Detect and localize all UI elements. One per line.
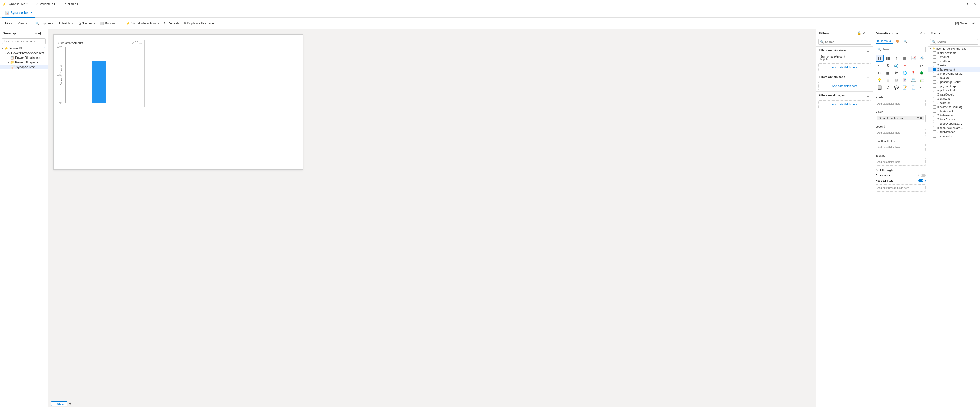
field-passengerCount-checkbox[interactable] bbox=[933, 80, 936, 83]
funnel-icon-button[interactable]: 🔻 bbox=[901, 62, 909, 69]
sidebar-item-synapse-test[interactable]: 📊 Synapse Test bbox=[0, 65, 48, 69]
page-1-tab[interactable]: Page 1 bbox=[51, 401, 67, 406]
y-axis-field-remove-icon[interactable]: ✕ bbox=[920, 117, 922, 120]
add-resource-icon[interactable]: + bbox=[35, 31, 37, 35]
ribbon-chart-icon-button[interactable]: 🎗 bbox=[884, 62, 892, 69]
fields-search-input[interactable] bbox=[937, 40, 976, 43]
topbar-chevron[interactable]: ▾ bbox=[26, 3, 27, 5]
field-tpepDropoffDat[interactable]: ≡ tpepDropoffDat... bbox=[928, 121, 980, 126]
sidebar-item-workspace[interactable]: ▾ 🗂 PowerBIWorkspaceTest bbox=[0, 51, 48, 56]
analytics-tab[interactable]: 🔍 bbox=[902, 38, 909, 44]
filter-resources-input[interactable] bbox=[2, 38, 46, 44]
small-multiples-field-box[interactable]: Add data fields here bbox=[875, 144, 926, 151]
file-menu-button[interactable]: File ▾ bbox=[3, 21, 14, 26]
treemap-icon-button[interactable]: ▦ bbox=[884, 69, 892, 76]
field-endLon-checkbox[interactable] bbox=[933, 60, 936, 63]
filled-map-icon-button[interactable]: 🌐 bbox=[901, 69, 909, 76]
stacked-bar-icon-button[interactable]: ▮▮ bbox=[884, 55, 892, 62]
field-improvementSur[interactable]: Σ improvementSur... bbox=[928, 72, 980, 76]
paginated-icon-button[interactable]: 📄 bbox=[909, 84, 917, 91]
field-paymentType[interactable]: ≡ paymentType bbox=[928, 84, 980, 88]
chart-visual[interactable]: Sum of fareAmount ▽ ⛶ … Sum of fareAmoun… bbox=[56, 40, 145, 107]
gauge-icon-button[interactable]: ⏲ bbox=[884, 84, 892, 91]
validate-all-button[interactable]: ✓ Validate all bbox=[34, 2, 57, 6]
field-paymentType-checkbox[interactable] bbox=[933, 85, 936, 88]
100pct-bar-icon-button[interactable]: ▤ bbox=[901, 55, 909, 62]
more-visuals-icon-button[interactable]: ⋯ bbox=[918, 84, 926, 91]
field-tripDistance-checkbox[interactable] bbox=[933, 130, 936, 134]
filter-expand-icon[interactable]: ⤢ bbox=[863, 31, 865, 35]
visual-interactions-button[interactable]: ⚡ Visual interactions ▾ bbox=[124, 21, 161, 26]
fields-expand-icon[interactable]: › bbox=[976, 31, 977, 35]
field-fareAmount[interactable]: Σ fareAmount bbox=[928, 67, 980, 72]
legend-field-box[interactable]: Add data fields here bbox=[875, 129, 926, 136]
field-totalAmount[interactable]: Σ totalAmount bbox=[928, 117, 980, 121]
filter-more-icon[interactable]: … bbox=[867, 31, 870, 35]
field-vendorID-checkbox[interactable] bbox=[933, 134, 936, 138]
filters-visual-more-icon[interactable]: … bbox=[867, 48, 870, 52]
field-doLocationId-checkbox[interactable] bbox=[933, 51, 936, 54]
field-mtaTax-checkbox[interactable] bbox=[933, 76, 936, 79]
field-endLat[interactable]: Σ endLat bbox=[928, 55, 980, 59]
field-endLon[interactable]: Σ endLon bbox=[928, 59, 980, 63]
line-clustered-icon-button[interactable]: 〰 bbox=[875, 62, 883, 69]
field-tollsAmount[interactable]: Σ tollsAmount bbox=[928, 113, 980, 117]
field-totalAmount-checkbox[interactable] bbox=[933, 118, 936, 121]
field-endLat-checkbox[interactable] bbox=[933, 56, 936, 59]
add-page-icon[interactable]: + bbox=[69, 401, 72, 406]
add-visual-filter-button[interactable]: Add data fields here bbox=[818, 64, 871, 71]
filters-on-all-pages-header[interactable]: Filters on all pages … bbox=[816, 92, 873, 99]
azure-map-icon-button[interactable]: 📍 bbox=[909, 69, 917, 76]
field-puLocationId-checkbox[interactable] bbox=[933, 89, 936, 92]
explore-button[interactable]: 🔍 Explore ▾ bbox=[33, 21, 56, 26]
field-passengerCount[interactable]: Σ passengerCount bbox=[928, 80, 980, 84]
filters-page-more-icon[interactable]: … bbox=[867, 75, 870, 79]
y-axis-field-box[interactable]: Sum of fareAmount ▾ ✕ bbox=[875, 115, 926, 122]
buttons-button[interactable]: ⬜ Buttons ▾ bbox=[98, 21, 120, 26]
field-tripDistance[interactable]: Σ tripDistance bbox=[928, 130, 980, 134]
field-tpepDropoffDat-checkbox[interactable] bbox=[933, 122, 936, 125]
filters-on-visual-header[interactable]: Filters on this visual … bbox=[816, 46, 873, 54]
more-visual-options-icon[interactable]: … bbox=[139, 41, 142, 45]
waterfall-icon-button[interactable]: 🌊 bbox=[892, 62, 900, 69]
filter-fareAmount-item[interactable]: Sum of fareAmount is (All) bbox=[816, 54, 873, 62]
field-storeAndFwdFlag-checkbox[interactable] bbox=[933, 105, 936, 109]
field-tollsAmount-checkbox[interactable] bbox=[933, 114, 936, 117]
clustered-bar-icon-button[interactable]: ⫿ bbox=[892, 55, 900, 62]
filters-search-input[interactable] bbox=[825, 40, 869, 43]
decomp-tree-icon-button[interactable]: 🌲 bbox=[918, 69, 926, 76]
card-icon-button[interactable]: 🃏 bbox=[901, 77, 909, 83]
kpi-icon-button[interactable]: 📊 bbox=[918, 77, 926, 83]
viz-search-input[interactable] bbox=[882, 48, 924, 51]
multirow-card-icon-button[interactable]: 📇 bbox=[909, 77, 917, 83]
fields-dataset-root[interactable]: ▾ 🗄 nyc_tlc_yellow_trip_ext bbox=[928, 46, 980, 51]
viz-expand-icon[interactable]: ⤢ bbox=[920, 31, 923, 35]
field-mtaTax[interactable]: Σ mtaTax bbox=[928, 76, 980, 80]
textbox-button[interactable]: T Text box bbox=[56, 21, 75, 26]
save-button[interactable]: 💾 Save bbox=[953, 21, 969, 26]
key-influencers-icon-button[interactable]: 💡 bbox=[875, 77, 883, 83]
area-chart-icon-button[interactable]: 📉 bbox=[918, 55, 926, 62]
keep-filters-toggle[interactable] bbox=[918, 179, 926, 182]
viz-more-icon[interactable]: › bbox=[924, 31, 925, 35]
synapse-test-tab[interactable]: 📊 Synapse Test • bbox=[2, 8, 35, 18]
field-storeAndFwdFlag[interactable]: ≡ storeAndFwdFlag bbox=[928, 105, 980, 109]
field-startLon-checkbox[interactable] bbox=[933, 101, 936, 104]
field-extra-checkbox[interactable] bbox=[933, 64, 936, 67]
field-puLocationId[interactable]: ≡ puLocationId bbox=[928, 88, 980, 93]
field-extra[interactable]: Σ extra bbox=[928, 63, 980, 67]
map-icon-button[interactable]: 🗺 bbox=[892, 69, 900, 76]
field-rateCodeId[interactable]: Σ rateCodeId bbox=[928, 93, 980, 97]
sidebar-item-powerbi[interactable]: ▾ ⚡ Power BI 1 bbox=[0, 46, 48, 51]
view-menu-button[interactable]: View ▾ bbox=[16, 21, 29, 26]
drill-through-field-box[interactable]: Add drill-through fields here bbox=[875, 184, 926, 192]
cross-report-toggle[interactable] bbox=[918, 174, 926, 177]
format-visual-tab[interactable]: 🎨 bbox=[894, 38, 901, 44]
matrix-icon-button[interactable]: ⊟ bbox=[892, 77, 900, 83]
smart-narrative-icon-button[interactable]: 📝 bbox=[901, 84, 909, 91]
field-startLat[interactable]: Σ startLat bbox=[928, 97, 980, 101]
field-vendorID[interactable]: ≡ vendorID bbox=[928, 134, 980, 138]
scatter-icon-button[interactable]: ⁚ bbox=[909, 62, 917, 69]
field-tpepPickupDate-checkbox[interactable] bbox=[933, 126, 936, 129]
refresh-icon-button[interactable]: ↻ bbox=[966, 1, 970, 7]
